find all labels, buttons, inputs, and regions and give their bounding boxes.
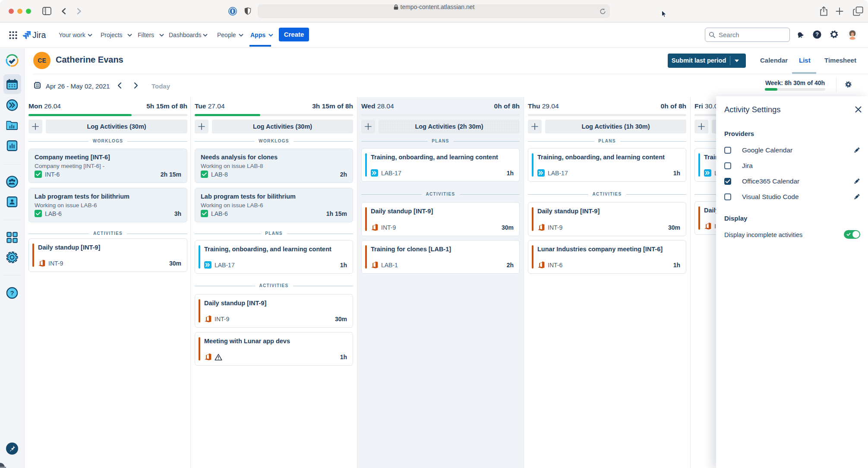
svg-text:?: ? bbox=[815, 32, 819, 38]
svg-text:?: ? bbox=[10, 289, 14, 297]
